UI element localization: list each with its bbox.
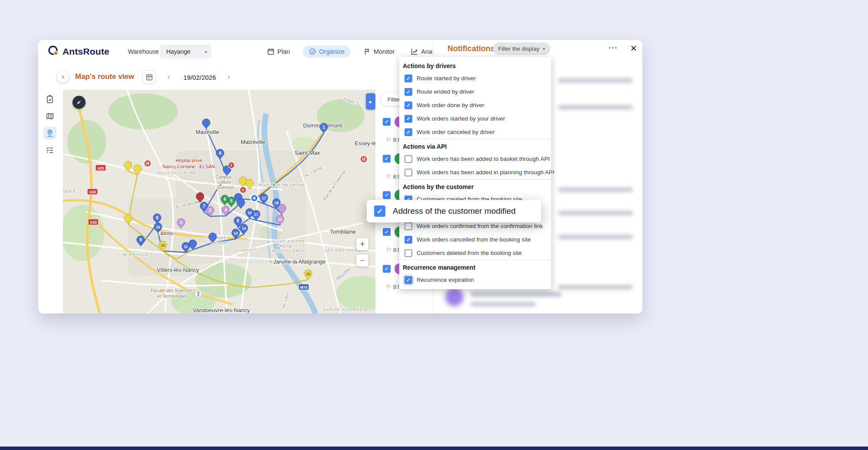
svg-text:4: 4	[224, 208, 227, 212]
filter-option-work-order-done-by-driver[interactable]: ✓Work order done by driver	[399, 98, 551, 112]
checkbox-wrap: ✓	[403, 100, 414, 111]
collapse-panel-button[interactable]: ›	[57, 71, 69, 83]
notifications-title: Notifications	[447, 44, 495, 53]
calendar-icon	[267, 48, 274, 55]
checkbox-unchecked-icon[interactable]	[404, 155, 412, 163]
blurred-notification-text	[558, 235, 633, 239]
map-label: SAINTE-VALDRÉE	[323, 307, 363, 312]
filter-option-label: Work orders has been added to basket thr…	[417, 156, 550, 162]
next-day-button[interactable]: ›	[222, 70, 235, 83]
blurred-notification-text	[558, 187, 633, 192]
svg-text:18: 18	[274, 201, 279, 205]
zoom-out-button[interactable]: −	[356, 254, 368, 267]
filter-option-work-orders-cancelled-from-the-booking-site[interactable]: ✓Work orders cancelled from the booking …	[399, 233, 551, 246]
brand-logo[interactable]: AntsRoute	[48, 40, 109, 63]
page-title: Map's route view	[75, 72, 134, 81]
close-icon[interactable]: ✕	[628, 42, 640, 54]
svg-text:9: 9	[237, 218, 239, 223]
checkbox-checked-icon[interactable]: ✓	[404, 236, 412, 244]
svg-text:8: 8	[156, 215, 158, 220]
filter-display-button[interactable]: Filter the display ▾	[493, 42, 550, 55]
stop-time: ⚐8:0	[386, 247, 401, 253]
expand-panel-button[interactable]: ▸	[366, 93, 375, 110]
route-stop-checkbox[interactable]: ✓	[383, 228, 391, 236]
checkbox-wrap: ✓	[403, 234, 414, 245]
cluster-badge[interactable]: 2	[228, 162, 235, 169]
map-label: MARÉVILLE	[123, 252, 149, 257]
flag-icon: ⚐	[386, 173, 391, 180]
road-shield-a33: A33	[88, 219, 99, 225]
warehouse-label: Warehouse	[128, 48, 159, 55]
checkbox-checked-icon[interactable]: ✓	[404, 101, 412, 109]
svg-text:A33: A33	[90, 220, 97, 225]
filter-option-recurrence-expiration[interactable]: ✓Recurrence expiration	[399, 273, 551, 287]
cluster-badge[interactable]: 2	[240, 187, 247, 193]
checkbox-unchecked-icon[interactable]	[404, 249, 412, 257]
nav-organize[interactable]: Organize	[303, 46, 351, 58]
checkbox-checked-icon[interactable]: ✓	[404, 128, 412, 136]
route-stop-checkbox[interactable]: ✓	[383, 265, 391, 273]
filter-option-customers-deleted-from-the-booking-site[interactable]: Customers deleted from the booking site	[399, 246, 551, 260]
filter-section-title: Actions by the customer	[399, 179, 551, 192]
svg-text:23: 23	[278, 217, 282, 222]
checkbox-unchecked-icon[interactable]	[404, 169, 412, 176]
svg-text:17: 17	[254, 212, 258, 217]
zoom-in-button[interactable]: +	[356, 238, 368, 250]
taskbar-edge	[0, 447, 868, 450]
map-label: DONOP	[212, 241, 229, 245]
filter-option-work-orders-has-been-added-in-planning-throu[interactable]: Work orders has been added in planning t…	[399, 166, 551, 179]
filter-option-work-orders-has-been-added-to-basket-through[interactable]: Work orders has been added to basket thr…	[399, 152, 551, 166]
svg-text:2: 2	[209, 208, 211, 213]
notifications-menu-button[interactable]: ⋯	[606, 42, 620, 54]
checkbox-checked-icon[interactable]: ✓	[404, 276, 412, 284]
map-label: SAURUPT	[234, 248, 256, 252]
hospital-icon[interactable]: H	[360, 156, 367, 163]
map-label: MARCEL PROT	[272, 248, 305, 253]
route-stop-checkbox[interactable]: ✓	[383, 118, 391, 126]
map-route-view-icon[interactable]	[43, 127, 56, 140]
date-display: 19/02/2026	[178, 74, 221, 81]
nav-plan[interactable]: Plan	[264, 46, 293, 58]
map-canvas[interactable]: A31A33A33M74HH MaxévilleMalzévilleSaint-…	[63, 90, 375, 313]
map-label: LES ENSANGES	[325, 248, 361, 252]
filter-display-label: Filter the display	[498, 46, 539, 52]
svg-text:A31: A31	[97, 166, 104, 170]
route-stop-checkbox[interactable]: ✓	[383, 191, 391, 199]
filter-option-route-ended-by-driver[interactable]: ✓Route ended by driver	[399, 85, 551, 98]
svg-text:2: 2	[242, 188, 244, 192]
filter-option-route-started-by-driver[interactable]: ✓Route started by driver	[399, 72, 551, 85]
filter-option-label: Work orders has been added in planning t…	[417, 169, 554, 176]
warehouse-value: Hayange	[166, 48, 191, 55]
checkbox-checked-icon[interactable]: ✓	[404, 75, 412, 82]
warehouse-select[interactable]: Hayange ▾	[160, 45, 211, 59]
antsroute-logo-icon	[48, 45, 59, 58]
checkbox-checked-icon[interactable]: ✓	[404, 88, 412, 96]
current-location-dot[interactable]	[251, 195, 258, 202]
map-label: Vandoeuvre-lès-Nancy	[193, 307, 250, 313]
blurred-notification-text	[558, 211, 633, 215]
prev-day-button[interactable]: ‹	[162, 70, 175, 83]
checkbox-unchecked-icon[interactable]	[404, 222, 412, 230]
street-view-peg-icon[interactable]	[195, 290, 202, 297]
filter-option-work-orders-started-by-your-driver[interactable]: ✓Work orders started by your driver	[399, 112, 551, 125]
filter-section-title: Actions by drivers	[399, 59, 551, 72]
road-shield-a31: A31	[95, 165, 106, 171]
checkbox-wrap: ✓	[403, 73, 414, 84]
hospital-icon[interactable]: H	[144, 160, 151, 167]
checkbox-checked-icon[interactable]: ✓	[374, 205, 385, 217]
checkbox-checked-icon[interactable]: ✓	[404, 115, 412, 123]
blurred-notification-text	[558, 105, 633, 110]
highlighted-option-popup[interactable]: ✓ Address of the customer modified	[367, 200, 541, 222]
svg-text:19: 19	[247, 211, 252, 215]
calendar-button[interactable]	[142, 70, 156, 84]
orders-list-icon[interactable]	[43, 93, 56, 106]
checkbox-wrap: ✓	[403, 127, 414, 138]
map-label: Campus	[215, 175, 231, 179]
nav-monitor[interactable]: Monitor	[360, 46, 398, 58]
task-list-icon[interactable]	[43, 143, 56, 157]
filter-option-work-order-canceled-by-driver[interactable]: ✓Work order canceled by driver	[399, 125, 551, 139]
compass-button[interactable]	[72, 96, 85, 109]
checkbox-wrap	[403, 167, 414, 178]
route-stop-checkbox[interactable]: ✓	[383, 155, 391, 163]
map-icon[interactable]	[43, 110, 56, 123]
